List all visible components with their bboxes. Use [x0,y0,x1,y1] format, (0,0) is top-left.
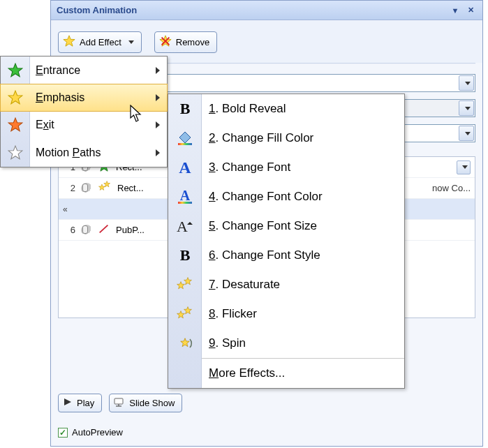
submenu-item-spin[interactable]: 9. Spin [168,329,404,358]
chevron-down-icon [128,40,134,44]
menu-label: Motion Paths [36,147,101,159]
titlebar: Custom Animation ▼ ✕ [51,1,482,20]
star-icon [6,63,24,78]
svg-marker-15 [8,146,22,159]
submenu-label: 4. Change Font Color [209,190,323,204]
sparkle-icon [98,181,112,195]
item-label: PubP... [116,225,145,235]
sparkle-icon [175,306,195,322]
chevron-expand-icon: « [63,204,66,214]
item-index: 6 [63,225,75,235]
svg-marker-8 [64,398,71,405]
mouse-icon [81,183,92,194]
submenu-label: 1. Bold Reveal [209,102,286,116]
svg-marker-13 [8,91,22,104]
close-icon[interactable]: ✕ [464,4,477,17]
autopreview-checkbox[interactable]: ✓ [58,428,68,438]
svg-marker-21 [187,222,193,225]
svg-marker-14 [8,118,22,131]
item-tail-text: now Co... [432,183,471,193]
svg-marker-0 [64,36,75,46]
submenu-label: 6. Change Font Style [209,248,320,262]
play-icon [63,397,73,409]
menu-label: Entrance [36,64,80,77]
menu-item-motion-paths[interactable]: Motion Paths [1,139,167,167]
font-color-icon: A [175,188,195,205]
bold-icon: B [175,100,195,117]
star-icon [6,117,24,133]
play-label: Play [77,398,94,408]
submenu-item-more-effects[interactable]: More Effects... [168,359,404,388]
submenu-arrow-icon [156,121,160,128]
sparkle-icon [175,276,195,293]
svg-line-7 [100,225,108,233]
bottom-toolbar: Play Slide Show [58,394,182,412]
submenu-item-bold-reveal[interactable]: B 1. Bold Reveal [168,94,404,124]
star-icon [6,145,24,160]
submenu-item-flicker[interactable]: 8. Flicker [168,299,404,329]
svg-rect-17 [178,143,192,145]
item-index: 2 [63,183,75,193]
submenu-label: 9. Spin [209,336,246,350]
svg-marker-6 [104,181,110,186]
menu-label: Exit [36,119,54,131]
submenu-label: 8. Flicker [209,307,257,321]
submenu-arrow-icon [156,67,160,74]
svg-marker-22 [177,282,185,289]
submenu-item-change-font-color[interactable]: A 4. Change Font Color [168,182,404,211]
font-size-icon: A [175,218,195,234]
menu-item-entrance[interactable]: Entrance [1,57,167,84]
projector-icon [114,397,125,409]
submenu-label: 2. Change Fill Color [209,131,313,145]
svg-marker-23 [184,278,192,285]
remove-label: Remove [176,37,209,47]
svg-marker-24 [177,311,185,318]
svg-marker-26 [181,338,190,347]
menu-item-emphasis[interactable]: Emphasis [0,84,168,112]
svg-marker-12 [8,64,22,77]
svg-marker-25 [184,307,192,314]
submenu-item-change-font-style[interactable]: B 6. Change Font Style [168,241,404,270]
star-icon [63,35,75,50]
submenu-item-desaturate[interactable]: 7. Desaturate [168,270,404,299]
autopreview-label: AutoPreview [72,427,123,438]
svg-rect-9 [114,398,123,404]
chevron-down-icon [459,75,474,91]
add-effect-menu: Entrance Emphasis Exit Motion Paths [0,56,168,167]
svg-text:A: A [177,218,188,234]
chevron-down-icon [459,126,474,141]
mouse-icon [81,225,92,236]
submenu-item-change-fill-color[interactable]: 2. Change Fill Color [168,124,404,153]
submenu-item-change-font-size[interactable]: A 5. Change Font Size [168,211,404,241]
slideshow-button[interactable]: Slide Show [109,394,182,412]
submenu-item-change-font[interactable]: A 3. Change Font [168,153,404,182]
submenu-label: 5. Change Font Size [209,219,317,233]
svg-marker-5 [98,184,105,190]
menu-item-exit[interactable]: Exit [1,111,167,139]
play-button[interactable]: Play [58,394,102,412]
chevron-down-icon [459,100,474,116]
submenu-label: 7. Desaturate [209,278,280,292]
submenu-label: 3. Change Font [209,160,290,174]
add-effect-button[interactable]: Add Effect [58,31,142,53]
emphasis-submenu: B 1. Bold Reveal 2. Change Fill Color A … [168,94,405,389]
submenu-arrow-icon [156,94,160,101]
svg-text:A: A [180,188,191,203]
item-label: Rect... [117,183,144,193]
pane-title: Custom Animation [57,5,137,15]
item-dropdown[interactable] [457,160,471,174]
submenu-label: More Effects... [209,366,285,380]
svg-rect-19 [178,202,192,204]
paint-bucket-icon [175,130,195,147]
submenu-arrow-icon [156,149,160,156]
slideshow-label: Slide Show [129,398,175,408]
font-a-icon: A [175,159,195,176]
pane-menu-caret[interactable]: ▼ [449,4,461,17]
path-icon [98,223,110,237]
add-effect-label: Add Effect [80,37,121,47]
remove-icon [159,35,172,50]
star-icon [6,90,24,105]
menu-label: Emphasis [36,91,84,104]
spin-icon [175,335,195,352]
remove-button[interactable]: Remove [154,31,217,53]
